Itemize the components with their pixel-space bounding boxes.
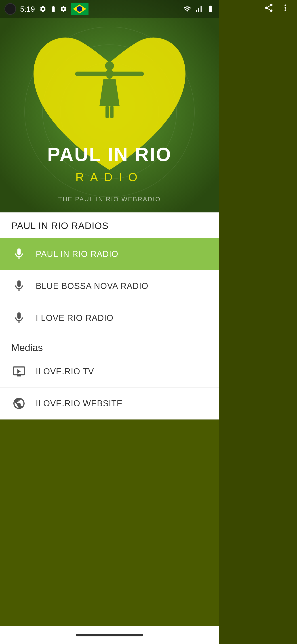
svg-text:PAUL IN RIO: PAUL IN RIO xyxy=(47,144,172,165)
globe-icon xyxy=(11,396,27,411)
ilove-rio-website-label: ILOVE.RIO WEBSITE xyxy=(36,399,123,408)
battery-status-icon xyxy=(207,5,215,13)
blue-bossa-nova-radio-item[interactable]: BLUE BOSSA NOVA RADIO xyxy=(0,270,219,302)
mic-icon-3 xyxy=(11,310,27,326)
status-time: 5:19 xyxy=(20,5,35,14)
svg-rect-7 xyxy=(105,106,109,118)
svg-text:THE PAUL IN RIO WEBRADIO: THE PAUL IN RIO WEBRADIO xyxy=(58,196,161,202)
status-bar-right xyxy=(183,5,215,13)
paul-in-rio-radio-item[interactable]: PAUL IN RIO RADIO xyxy=(0,238,219,270)
status-icons xyxy=(39,5,67,12)
bottom-nav xyxy=(0,626,219,644)
i-love-rio-radio-item[interactable]: I LOVE RIO RADIO xyxy=(0,302,219,334)
action-bar xyxy=(219,0,297,18)
ilove-rio-tv-label: ILOVE.RIO TV xyxy=(36,367,94,376)
mic-icon-1 xyxy=(11,246,27,262)
settings-icon-2 xyxy=(60,5,67,12)
ilove-rio-website-item[interactable]: ILOVE.RIO WEBSITE xyxy=(0,388,219,420)
hero-image: PAUL IN RIO RADIO THE PAUL IN RIO WEBRAD… xyxy=(0,0,219,212)
status-bar: 5:19 xyxy=(0,0,219,18)
radios-section-header: PAUL IN RIO RADIOS xyxy=(0,212,219,238)
settings-icon-1 xyxy=(39,5,46,12)
status-bar-left: 5:19 xyxy=(4,3,88,15)
wifi-icon xyxy=(183,5,191,13)
mic-icon-2 xyxy=(11,278,27,294)
battery-icon xyxy=(50,5,57,12)
share-icon[interactable] xyxy=(264,3,274,15)
record-dot xyxy=(4,3,16,15)
content-area: PAUL IN RIO RADIOS PAUL IN RIO RADIO BLU… xyxy=(0,212,219,420)
svg-rect-8 xyxy=(110,106,113,118)
brazil-flag xyxy=(71,3,88,15)
blue-bossa-nova-radio-label: BLUE BOSSA NOVA RADIO xyxy=(36,281,148,291)
svg-point-5 xyxy=(105,61,114,70)
signal-icon xyxy=(195,5,203,13)
i-love-rio-radio-label: I LOVE RIO RADIO xyxy=(36,313,113,323)
right-panel xyxy=(219,0,297,644)
hero-artwork: PAUL IN RIO RADIO THE PAUL IN RIO WEBRAD… xyxy=(0,0,219,212)
tv-icon xyxy=(11,364,27,379)
ilove-rio-tv-item[interactable]: ILOVE.RIO TV xyxy=(0,356,219,388)
more-options-icon[interactable] xyxy=(281,3,290,15)
medias-section-header: Medias xyxy=(0,334,219,356)
home-indicator[interactable] xyxy=(76,634,143,636)
paul-in-rio-radio-label: PAUL IN RIO RADIO xyxy=(36,249,118,259)
svg-text:RADIO: RADIO xyxy=(75,170,144,184)
